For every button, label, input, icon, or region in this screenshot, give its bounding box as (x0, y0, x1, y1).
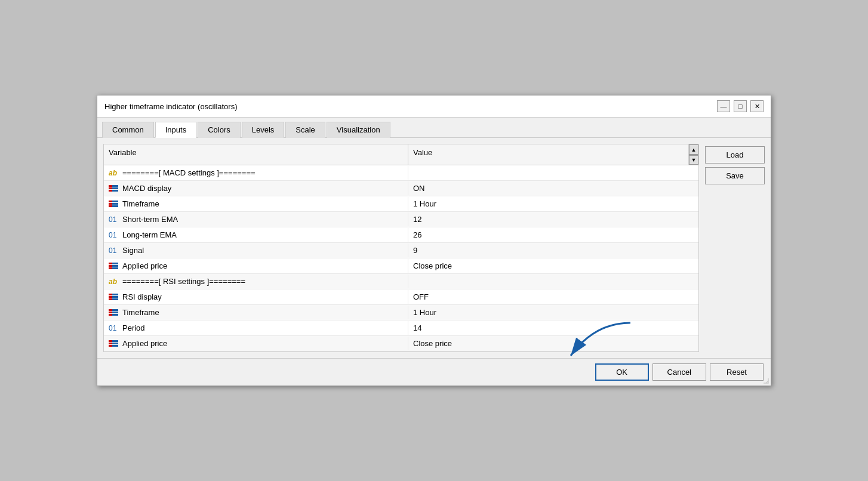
cell-variable: 01 Period (104, 321, 408, 335)
table-row[interactable]: Timeframe 1 Hour (104, 305, 698, 320)
cell-value: 12 (408, 212, 698, 226)
table-row[interactable]: Applied price Close price (104, 258, 698, 274)
save-button[interactable]: Save (705, 167, 765, 184)
variable-text: Short-term EMA (122, 215, 178, 224)
cell-variable: 01 Short-term EMA (104, 212, 408, 226)
window-controls: — □ ✕ (717, 100, 764, 112)
table-row[interactable]: 01 Signal 9 (104, 243, 698, 258)
enum-icon (109, 294, 119, 300)
numeric-icon: 01 (109, 231, 119, 239)
enum-icon (109, 309, 119, 316)
cell-variable: RSI display (104, 290, 408, 304)
variable-text: ========[ MACD settings ]======== (122, 168, 256, 177)
enum-icon (109, 340, 119, 347)
reset-button[interactable]: Reset (710, 363, 764, 381)
ab-icon: ab (109, 278, 119, 286)
cell-value: 26 (408, 228, 698, 242)
tab-bar: Common Inputs Colors Levels Scale Visual… (97, 118, 771, 138)
content-area: Variable Value ▲ ▼ ab ========[ MACD set… (97, 138, 771, 358)
table-row[interactable]: ab ========[ RSI settings ]======== (104, 274, 698, 289)
tab-scale[interactable]: Scale (285, 122, 325, 138)
cell-variable: Timeframe (104, 197, 408, 211)
variable-text: Timeframe (122, 199, 159, 208)
cell-variable: ab ========[ RSI settings ]======== (104, 275, 408, 288)
variable-text: Timeframe (122, 308, 159, 317)
variable-text: ========[ RSI settings ]======== (122, 277, 245, 286)
tab-inputs[interactable]: Inputs (155, 122, 196, 138)
table-row[interactable]: 01 Short-term EMA 12 (104, 212, 698, 227)
table-row[interactable]: Applied price Close price (104, 336, 698, 352)
table-header: Variable Value ▲ ▼ (104, 144, 698, 165)
tab-common[interactable]: Common (102, 122, 154, 138)
close-button[interactable]: ✕ (750, 100, 764, 112)
enum-icon (109, 201, 119, 207)
cell-variable: Applied price (104, 259, 408, 273)
table-body: ab ========[ MACD settings ]======== MAC… (104, 165, 698, 352)
scroll-up-button[interactable]: ▲ (689, 144, 698, 155)
numeric-icon: 01 (109, 215, 119, 224)
minimize-button[interactable]: — (717, 100, 730, 112)
cell-value: 9 (408, 243, 698, 257)
inputs-table: Variable Value ▲ ▼ ab ========[ MACD set… (103, 144, 699, 352)
table-row[interactable]: 01 Long-term EMA 26 (104, 227, 698, 243)
cell-variable: Timeframe (104, 306, 408, 319)
col-value-header: Value (408, 144, 688, 165)
ok-button[interactable]: OK (595, 363, 649, 381)
cell-variable: MACD display (104, 181, 408, 195)
cell-variable: 01 Long-term EMA (104, 228, 408, 242)
cell-value (408, 171, 698, 175)
table-row[interactable]: MACD display ON (104, 181, 698, 196)
table-row[interactable]: RSI display OFF (104, 289, 698, 305)
scroll-thumb[interactable] (689, 155, 698, 156)
cell-value: 14 (408, 321, 698, 335)
cell-value (408, 279, 698, 284)
variable-text: MACD display (122, 184, 171, 193)
tab-levels[interactable]: Levels (242, 122, 285, 138)
cell-variable: ab ========[ MACD settings ]======== (104, 166, 408, 180)
numeric-icon: 01 (109, 324, 119, 332)
cell-value: Close price (408, 259, 698, 273)
variable-text: Applied price (122, 339, 167, 348)
numeric-icon: 01 (109, 246, 119, 255)
cell-value: OFF (408, 290, 698, 304)
variable-text: Signal (122, 246, 144, 255)
variable-text: RSI display (122, 292, 162, 301)
title-bar: Higher timeframe indicator (oscillators)… (97, 95, 771, 118)
maximize-button[interactable]: □ (734, 100, 747, 112)
variable-text: Long-term EMA (122, 230, 177, 239)
tab-colors[interactable]: Colors (198, 122, 241, 138)
scrollbar[interactable]: ▲ ▼ (688, 144, 698, 165)
cell-variable: 01 Signal (104, 243, 408, 257)
enum-icon (109, 185, 119, 192)
enum-icon (109, 263, 119, 269)
cell-value: 1 Hour (408, 306, 698, 319)
dialog-window: Higher timeframe indicator (oscillators)… (97, 95, 771, 386)
load-button[interactable]: Load (705, 146, 765, 164)
table-row[interactable]: 01 Period 14 (104, 320, 698, 336)
cell-value: ON (408, 181, 698, 195)
cell-value: Close price (408, 337, 698, 350)
window-title: Higher timeframe indicator (oscillators) (104, 102, 238, 111)
scroll-down-button[interactable]: ▼ (689, 155, 698, 165)
cell-variable: Applied price (104, 337, 408, 350)
bottom-bar: OK Cancel Reset (97, 358, 771, 386)
resize-grip[interactable] (762, 377, 769, 384)
tab-visualization[interactable]: Visualization (327, 122, 390, 138)
ab-icon: ab (109, 169, 119, 177)
variable-text: Period (122, 323, 145, 332)
side-buttons: Load Save (705, 144, 765, 352)
table-row[interactable]: ab ========[ MACD settings ]======== (104, 165, 698, 181)
cell-value: 1 Hour (408, 197, 698, 211)
table-row[interactable]: Timeframe 1 Hour (104, 196, 698, 212)
variable-text: Applied price (122, 261, 167, 270)
cancel-button[interactable]: Cancel (652, 363, 706, 381)
col-variable-header: Variable (104, 144, 408, 165)
